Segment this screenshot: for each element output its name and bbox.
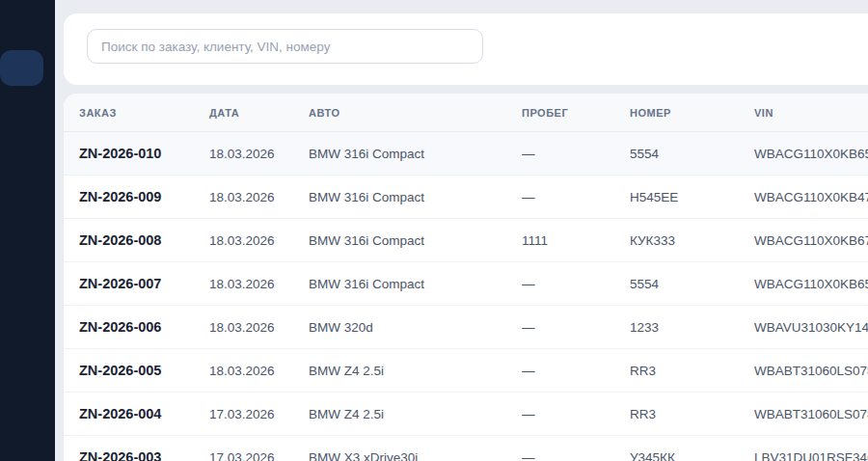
column-header-order: ЗАКАЗ	[79, 107, 209, 119]
table-row[interactable]: ZN-2026-007 18.03.2026 BMW 316i Compact …	[64, 262, 868, 306]
search-input[interactable]	[87, 29, 483, 64]
mileage-cell: —	[522, 277, 630, 291]
date-cell: 18.03.2026	[209, 320, 309, 335]
number-cell: RR3	[630, 407, 754, 421]
table-row[interactable]: ZN-2026-006 18.03.2026 BMW 320d — 1233 W…	[64, 306, 868, 349]
auto-cell: BMW Z4 2.5i	[309, 364, 522, 378]
order-cell: ZN-2026-004	[79, 406, 209, 421]
auto-cell: BMW Z4 2.5i	[309, 407, 522, 421]
auto-cell: BMW X3 xDrive30i	[309, 450, 522, 461]
table-row[interactable]: ZN-2026-005 18.03.2026 BMW Z4 2.5i — RR3…	[64, 349, 868, 393]
vin-cell: LBV31DU01RSF346	[754, 450, 868, 461]
mileage-cell: —	[522, 147, 630, 161]
sidebar	[0, 0, 55, 461]
vin-cell: WBAVU31030KY145	[754, 320, 868, 335]
vin-cell: WBACG110X0KB67	[754, 233, 868, 248]
table-row[interactable]: ZN-2026-003 17.03.2026 BMW X3 xDrive30i …	[64, 436, 868, 461]
auto-cell: BMW 316i Compact	[309, 147, 522, 161]
vin-cell: WBACG110X0KB65	[754, 147, 868, 161]
date-cell: 18.03.2026	[209, 147, 309, 161]
order-cell: ZN-2026-007	[79, 276, 209, 291]
number-cell: 5554	[630, 147, 754, 161]
column-header-auto: АВТО	[309, 107, 522, 119]
table-row[interactable]: ZN-2026-009 18.03.2026 BMW 316i Compact …	[64, 176, 868, 219]
mileage-cell: —	[522, 364, 630, 378]
number-cell: RR3	[630, 364, 754, 378]
date-cell: 18.03.2026	[209, 364, 309, 378]
table-row[interactable]: ZN-2026-008 18.03.2026 BMW 316i Compact …	[64, 219, 868, 262]
vin-cell: WBACG110X0KB47	[754, 190, 868, 204]
sidebar-item-active[interactable]	[0, 50, 43, 86]
auto-cell: BMW 316i Compact	[309, 277, 522, 291]
order-cell: ZN-2026-009	[79, 189, 209, 204]
mileage-cell: —	[522, 320, 630, 335]
vin-cell: WBABT31060LS078	[754, 364, 868, 378]
column-header-number: НОМЕР	[630, 107, 754, 119]
number-cell: 5554	[630, 277, 754, 291]
table-header-row: ЗАКАЗ ДАТА АВТО ПРОБЕГ НОМЕР VIN	[64, 94, 868, 132]
date-cell: 18.03.2026	[209, 277, 309, 291]
number-cell: H545EE	[630, 190, 754, 204]
column-header-date: ДАТА	[209, 107, 309, 119]
order-cell: ZN-2026-006	[79, 319, 209, 335]
date-cell: 17.03.2026	[209, 407, 309, 421]
auto-cell: BMW 316i Compact	[309, 190, 522, 204]
vin-cell: WBABT31060LS078	[754, 407, 868, 421]
auto-cell: BMW 320d	[309, 320, 522, 335]
order-cell: ZN-2026-005	[79, 363, 209, 378]
mileage-cell: —	[522, 407, 630, 421]
auto-cell: BMW 316i Compact	[309, 233, 522, 248]
mileage-cell: —	[522, 190, 630, 204]
orders-table: ЗАКАЗ ДАТА АВТО ПРОБЕГ НОМЕР VIN ZN-2026…	[64, 94, 868, 461]
app-window: ЗАКАЗ ДАТА АВТО ПРОБЕГ НОМЕР VIN ZN-2026…	[0, 0, 868, 461]
number-cell: КУК333	[630, 233, 754, 248]
date-cell: 17.03.2026	[209, 450, 309, 461]
mileage-cell: 1111	[522, 233, 630, 248]
number-cell: 1233	[630, 320, 754, 335]
date-cell: 18.03.2026	[209, 233, 309, 248]
vin-cell: WBACG110X0KB65	[754, 277, 868, 291]
column-header-mileage: ПРОБЕГ	[522, 107, 630, 119]
table-row[interactable]: ZN-2026-004 17.03.2026 BMW Z4 2.5i — RR3…	[64, 393, 868, 436]
search-card	[64, 14, 868, 85]
main-content: ЗАКАЗ ДАТА АВТО ПРОБЕГ НОМЕР VIN ZN-2026…	[55, 0, 868, 461]
order-cell: ZN-2026-008	[79, 232, 209, 248]
column-header-vin: VIN	[754, 107, 868, 119]
table-row[interactable]: ZN-2026-010 18.03.2026 BMW 316i Compact …	[64, 132, 868, 176]
date-cell: 18.03.2026	[209, 190, 309, 204]
order-cell: ZN-2026-010	[79, 146, 209, 161]
number-cell: У345КК	[630, 450, 754, 461]
order-cell: ZN-2026-003	[79, 449, 209, 461]
mileage-cell: —	[522, 450, 630, 461]
